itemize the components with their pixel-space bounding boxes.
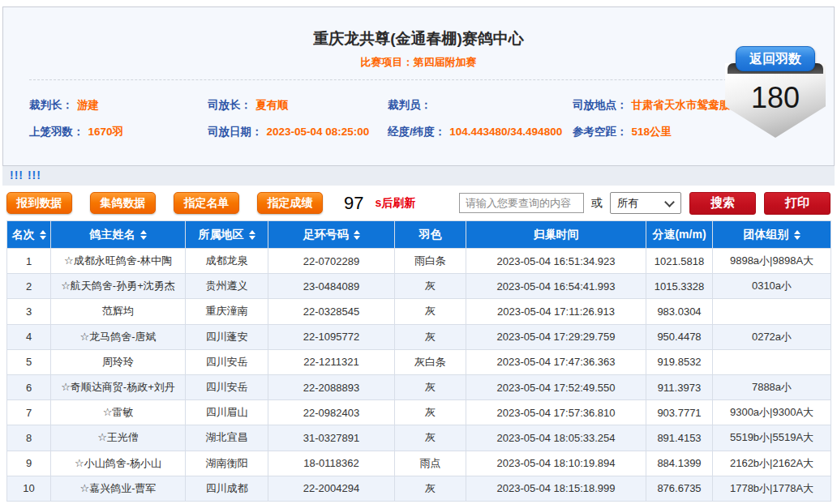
info-label: 上笼羽数： xyxy=(29,126,84,138)
column-header: 分速(m/m) xyxy=(646,221,713,249)
column-header[interactable]: 名次 xyxy=(7,221,51,249)
table-cell: ☆小山鸽舍-杨小山 xyxy=(51,451,186,476)
column-label: 团体组别 xyxy=(744,228,789,241)
info-label: 裁判长： xyxy=(29,99,73,111)
table-cell: 10 xyxy=(7,476,51,501)
table-row: 8☆王光僧湖北宜昌31-0327891灰2023-05-04 18:05:33.… xyxy=(7,425,831,451)
table-cell: 6 xyxy=(7,374,51,399)
column-header[interactable]: 鸽主姓名 xyxy=(51,221,186,249)
table-cell: 23-0484089 xyxy=(268,274,395,299)
column-label: 鸽主姓名 xyxy=(90,228,135,241)
column-header[interactable]: 足环号码 xyxy=(268,221,395,249)
table-cell: 2023-05-04 16:54:41.993 xyxy=(466,274,646,299)
table-cell: 22-0982403 xyxy=(268,400,395,425)
table-cell: 四川成都 xyxy=(186,476,268,501)
table-row: 5周玲玲四川安岳22-1211321灰白条2023-05-04 17:47:36… xyxy=(7,349,831,374)
table-cell: 1021.5818 xyxy=(646,249,713,274)
table-cell: 2023-05-04 17:47:36.363 xyxy=(466,349,646,374)
table-cell: 876.6735 xyxy=(646,476,713,501)
table-cell: 911.3973 xyxy=(646,374,713,399)
sort-icon[interactable] xyxy=(40,230,46,240)
table-cell: 8 xyxy=(7,425,51,451)
table-header: 名次鸽主姓名所属地区足环号码羽色归巢时间分速(m/m)团体组别 xyxy=(7,221,831,249)
table-cell: ☆雷敏 xyxy=(51,400,186,425)
column-header[interactable]: 团体组别 xyxy=(713,221,831,249)
column-label: 名次 xyxy=(12,228,35,241)
action-buttons: 报到数据集鸽数据指定名单指定成绩 xyxy=(6,192,341,214)
info-grid: 裁判长：游建司放长：夏有顺裁判员：司放地点：甘肃省天水市鸳鸯服务区上笼羽数：16… xyxy=(29,98,834,139)
table-cell: 22-0702289 xyxy=(268,249,395,274)
table-cell: 四川安岳 xyxy=(186,349,268,374)
table-cell: 2023-05-04 18:15:18.999 xyxy=(466,476,646,501)
table-cell: ☆龙马鸽舍-唐斌 xyxy=(51,324,186,349)
table-cell: 7888a小 xyxy=(713,374,831,399)
sort-icon[interactable] xyxy=(249,230,255,240)
table-header-row: 名次鸽主姓名所属地区足环号码羽色归巢时间分速(m/m)团体组别 xyxy=(7,221,831,249)
table-cell: 2023-05-04 17:11:26.913 xyxy=(466,299,646,324)
table-cell: 2023-05-04 17:52:49.550 xyxy=(466,374,646,399)
table-cell: 950.4478 xyxy=(646,324,713,349)
table-cell: 1778b小|1778A大 xyxy=(713,476,831,501)
table-cell: 湖南衡阳 xyxy=(186,451,268,476)
info-value: 游建 xyxy=(77,99,99,111)
table-cell xyxy=(713,299,831,324)
table-cell: 灰 xyxy=(395,324,466,349)
sort-icon[interactable] xyxy=(140,230,147,240)
notice-bar: !!! !!! xyxy=(2,166,835,186)
refresh-label: s后刷新 xyxy=(375,196,415,211)
search-button[interactable]: 搜索 xyxy=(689,192,756,215)
table-row: 6☆奇顺达商贸-杨政+刘丹四川安岳22-2088893灰2023-05-04 1… xyxy=(7,374,831,399)
sort-icon[interactable] xyxy=(354,230,360,240)
table-cell: 1015.3328 xyxy=(646,274,713,299)
table-cell: 0310a小 xyxy=(713,274,831,299)
race-project-label: 比赛项目： xyxy=(361,56,414,68)
column-label: 归巢时间 xyxy=(534,228,579,241)
table-cell: 2023-05-04 17:29:29.759 xyxy=(466,324,646,349)
action-button-2[interactable]: 集鸽数据 xyxy=(90,192,156,214)
info-field: 经度/纬度：104.443480/34.494800 xyxy=(388,125,573,139)
print-button[interactable]: 打印 xyxy=(764,192,831,215)
return-count-badge: 返回羽数 180 xyxy=(725,46,826,138)
table-cell: 2023-05-04 18:05:33.254 xyxy=(466,425,646,451)
table-row: 10☆嘉兴鸽业-曹军四川成都22-2004294灰2023-05-04 18:1… xyxy=(7,476,831,501)
table-cell: ☆航天鸽舍-孙勇+沈勇杰 xyxy=(51,274,186,299)
table-cell: 31-0327891 xyxy=(268,425,395,451)
table-row: 1☆成都永旺鸽舍-林中陶成都龙泉22-0702289雨白条2023-05-04 … xyxy=(7,249,831,274)
info-value: 2023-05-04 08:25:00 xyxy=(267,126,370,138)
info-value: 1670羽 xyxy=(88,126,124,138)
table-body: 1☆成都永旺鸽舍-林中陶成都龙泉22-0702289雨白条2023-05-04 … xyxy=(7,249,831,502)
column-label: 所属地区 xyxy=(199,228,244,241)
info-field: 裁判员： xyxy=(388,98,573,113)
table-cell: 903.7771 xyxy=(646,400,713,425)
info-label: 司放地点： xyxy=(573,99,628,111)
page: 重庆龙共尊(金通春棚)赛鸽中心 比赛项目：第四届附加赛 裁判长：游建司放长：夏有… xyxy=(0,0,837,504)
action-button-4[interactable]: 指定成绩 xyxy=(257,192,323,214)
column-header: 归巢时间 xyxy=(466,221,646,249)
table-cell: 0272a小 xyxy=(713,324,831,349)
column-header[interactable]: 所属地区 xyxy=(186,221,268,249)
table-cell: 22-2004294 xyxy=(268,476,395,501)
sort-icon[interactable] xyxy=(794,230,801,240)
shield-icon: 180 xyxy=(725,63,826,138)
table-cell: 重庆潼南 xyxy=(186,299,268,324)
table-cell: 2023-05-04 16:51:34.923 xyxy=(466,249,646,274)
results-table: 名次鸽主姓名所属地区足环号码羽色归巢时间分速(m/m)团体组别 1☆成都永旺鸽舍… xyxy=(6,220,831,502)
table-cell: ☆王光僧 xyxy=(51,425,186,451)
table-cell: 成都龙泉 xyxy=(186,249,268,274)
table-cell: ☆奇顺达商贸-杨政+刘丹 xyxy=(51,374,186,399)
info-value: 104.443480/34.494800 xyxy=(449,126,562,138)
table-cell: 22-1211321 xyxy=(268,349,395,374)
countdown-value: 97 xyxy=(344,193,363,214)
table-cell: 9 xyxy=(7,451,51,476)
info-field: 司放长：夏有顺 xyxy=(208,98,388,113)
column-label: 分速(m/m) xyxy=(652,228,706,241)
info-field: 裁判长：游建 xyxy=(29,98,208,113)
search-input[interactable] xyxy=(459,193,584,213)
action-button-3[interactable]: 指定名单 xyxy=(174,192,239,214)
table-cell: 22-0328545 xyxy=(268,299,395,324)
table-cell: 灰白条 xyxy=(395,349,466,374)
return-count-label: 返回羽数 xyxy=(736,46,815,71)
action-button-1[interactable]: 报到数据 xyxy=(6,192,72,214)
table-cell: 周玲玲 xyxy=(51,349,186,374)
filter-select[interactable]: 所有 xyxy=(610,192,681,214)
